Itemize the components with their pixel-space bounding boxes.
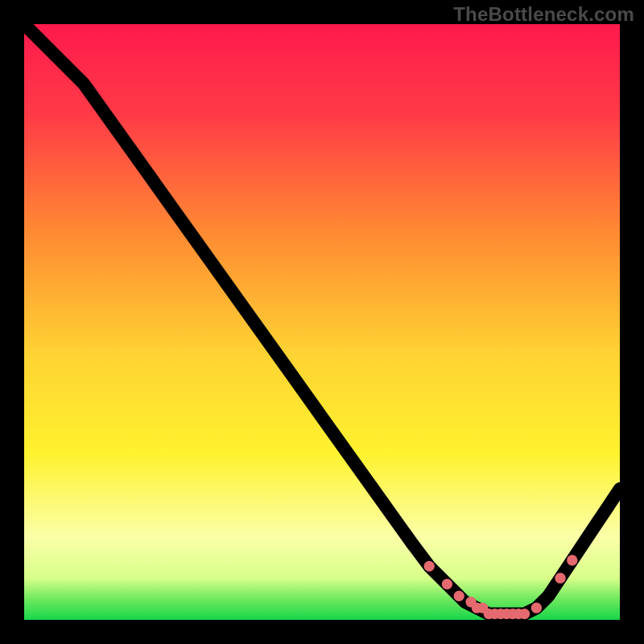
watermark-label: TheBottleneck.com [453, 3, 634, 26]
plot-area [24, 24, 620, 620]
chart-frame: TheBottleneck.com [0, 0, 644, 644]
marker-point [531, 603, 542, 613]
marker-point [424, 561, 435, 572]
marker-point [454, 591, 464, 601]
marker-point [519, 609, 530, 619]
marker-point [442, 579, 452, 589]
marker-point [567, 555, 577, 565]
marker-point [555, 573, 565, 584]
chart-svg [24, 24, 620, 620]
bottleneck-curve [24, 24, 620, 614]
